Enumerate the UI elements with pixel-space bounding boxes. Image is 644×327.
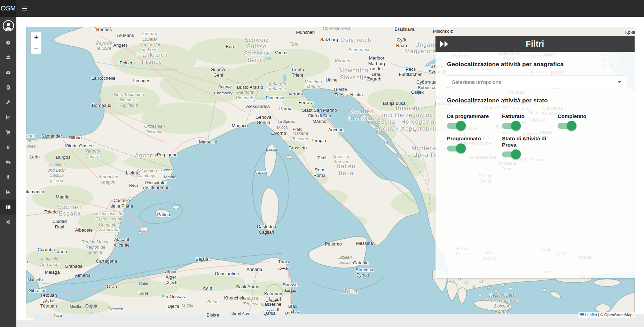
status-toggles-grid: Da programmareFatturatoCompletatoProgram…: [447, 113, 626, 158]
map-label: Albacete: [75, 227, 93, 233]
toggle-knob: [511, 121, 521, 131]
sidebar-item-trends[interactable]: [0, 110, 16, 125]
map-label: Catania: [353, 260, 369, 266]
cart-icon: [5, 129, 11, 135]
filters-panel-body: Geolocalizzazione attività per anagrafic…: [435, 61, 635, 158]
map-label: Кривий: [625, 30, 635, 35]
sidebar: €: [0, 17, 16, 327]
map-icon: [5, 204, 11, 210]
map-label: Region Kreta Αποκεντρωμένη Διοίκηση Κρήτ…: [487, 293, 518, 314]
map-label: Chambéry: [214, 91, 233, 95]
map-label: Asturien Asturias / Asturies: [26, 133, 37, 149]
map-label: Palma: [157, 212, 170, 218]
map-label: Andalusien Andalucía: [39, 257, 61, 267]
map-label: Málaga: [45, 270, 60, 275]
map-label: Grosseto: [288, 145, 307, 151]
map-label: Tirol: [290, 42, 298, 47]
map-label: Genova Genua: [256, 115, 272, 126]
sidebar-item-documents[interactable]: [0, 80, 16, 95]
zoom-out-button[interactable]: −: [31, 43, 41, 54]
map-label: Zentrum- Loiretal Centre-Val de Loire: [139, 31, 160, 53]
app-root: OSM €: [0, 0, 644, 327]
collapse-panel-button[interactable]: [440, 36, 448, 52]
toggle-label-stato-di-attività-di-prova: Stato di Attività di Prova: [502, 135, 553, 148]
map-label: Tunis تونس: [278, 259, 289, 270]
sidebar-nav: €: [0, 35, 16, 229]
toggle-knob: [511, 149, 521, 159]
sidebar-item-map[interactable]: [0, 200, 16, 215]
toggle-switch-programmato[interactable]: [447, 145, 466, 152]
map-label: Bretagne: [93, 27, 111, 31]
map-label: Bir El Ater: [231, 311, 249, 316]
sidebar-item-orders[interactable]: [0, 125, 16, 140]
toggle-knob: [456, 143, 466, 153]
map-label: Lucca: [277, 125, 288, 130]
map-label: Miskolc Mischkolz: [433, 27, 453, 34]
sidebar-item-users[interactable]: [0, 50, 16, 65]
map-label: Győr Raab: [396, 37, 407, 48]
map-label: Melilla: [70, 304, 81, 309]
sidebar-item-tools[interactable]: [0, 95, 16, 110]
panel-title: Filtri: [435, 39, 635, 49]
hydrant-icon: [5, 174, 11, 180]
map-label: Valencianische Gemeinschaft Comunitat Va…: [94, 211, 124, 233]
map-label: Vitoria-Gasteiz: [65, 143, 94, 149]
toggle-switch-stato-di-attività-di-prova[interactable]: [502, 151, 521, 158]
sidebar-item-messages[interactable]: [0, 65, 16, 80]
sidebar-item-worksite[interactable]: [0, 170, 16, 185]
map-label: Steiermark: [348, 47, 369, 53]
attribution-separator: |: [598, 313, 599, 317]
map-label: Neu-Aquitanien Nouvelle- Aquitaine: [114, 92, 144, 108]
map-label: Lombardei Lombardia: [265, 81, 286, 92]
gauge-icon: [5, 39, 11, 45]
map-label: Toledo: [45, 209, 58, 215]
content-area: BretagneRennesLe MansAngersPays de la Lo…: [16, 17, 644, 320]
user-avatar[interactable]: [0, 17, 16, 35]
map-label: Tibissa Tébessa: [243, 296, 260, 307]
map-label: Gibraltar: [29, 288, 46, 294]
toggle-switch-da-programmare[interactable]: [447, 122, 466, 129]
osm-copyright: © OpenStreetMap: [600, 313, 633, 317]
hamburger-icon: [22, 6, 27, 11]
sidebar-toggle-button[interactable]: [18, 0, 31, 17]
map-label: Okzitanien Occitania: [144, 124, 165, 135]
map-label: Pécs Fünfkirchen: [399, 67, 423, 78]
map-label: Djelfa: [167, 304, 179, 309]
toggle-switch-completato[interactable]: [558, 122, 577, 129]
zoom-in-button[interactable]: +: [31, 32, 41, 43]
map-label: Busto Arsizio: [237, 85, 263, 90]
sidebar-item-settings[interactable]: [0, 215, 16, 229]
anagrafica-select[interactable]: Seleziona un'opzione: [447, 76, 626, 88]
select-placeholder: Seleziona un'opzione: [452, 79, 501, 85]
filters-panel-header: Filtri: [435, 36, 635, 52]
map-label: Granada: [65, 264, 83, 269]
leaflet-link[interactable]: Leaflet: [585, 313, 597, 317]
toggle-cell-completato: Completato: [558, 113, 626, 129]
map-label: Udine: [326, 77, 338, 83]
sidebar-item-statistics[interactable]: [0, 185, 16, 200]
map-label: Córdoba: [38, 247, 55, 252]
map-label: Annaba: [246, 267, 262, 272]
chart-line-icon: [5, 114, 11, 120]
map-label: Palermo: [325, 242, 342, 247]
map-label: Slowenien Slovenija: [338, 68, 369, 81]
sidebar-item-billing[interactable]: €: [0, 140, 16, 155]
sidebar-item-transport[interactable]: [0, 155, 16, 170]
map-label: Katalonien Catalunya: [136, 168, 157, 179]
toggle-label-programmato: Programmato: [447, 135, 498, 141]
map-label: Lleida: [126, 170, 138, 176]
map-label: Biskra: [207, 312, 219, 318]
divider: [447, 72, 626, 72]
map-label: Prato: [293, 127, 303, 132]
map-label: Béjaïa: [196, 257, 209, 262]
map-label: Sétif: [203, 286, 212, 292]
map-label: Perpignan: [157, 152, 178, 158]
sidebar-item-dashboard[interactable]: [0, 35, 16, 50]
map-label: Oujda: [85, 303, 97, 309]
map-label: Santander: [41, 133, 62, 139]
map-canvas[interactable]: BretagneRennesLe MansAngersPays de la Lo…: [26, 27, 635, 318]
map-label: Marbella: [28, 277, 43, 282]
map-label: Schweiz Suisse Svizzera Svizra: [244, 37, 269, 64]
map-label: Chlef: [139, 281, 148, 286]
toggle-switch-fatturato[interactable]: [502, 122, 521, 129]
